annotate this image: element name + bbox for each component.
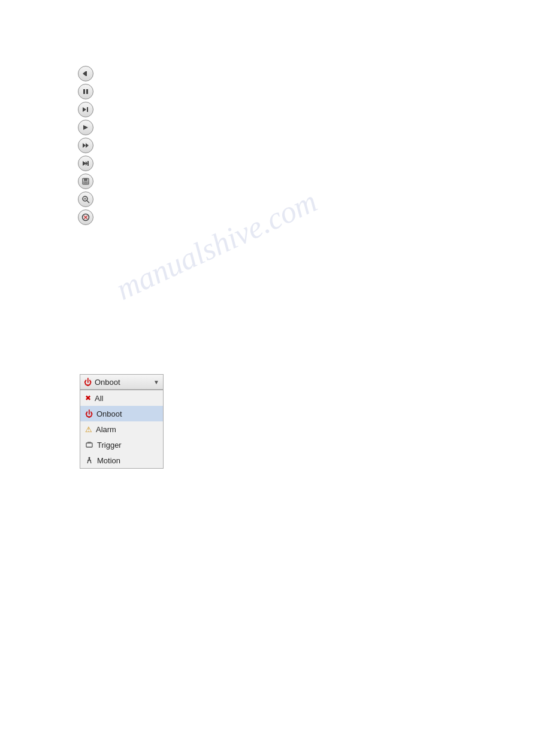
svg-rect-24 bbox=[87, 442, 91, 444]
pause-button[interactable] bbox=[78, 84, 93, 99]
svg-rect-23 bbox=[86, 443, 92, 447]
selected-power-icon: ⏻ bbox=[84, 378, 92, 387]
rewind-icon bbox=[82, 70, 89, 77]
event-type-menu: ✖ All ⏻ Onboot ⚠ Alarm Trigger bbox=[80, 390, 164, 469]
menu-item-onboot-label: Onboot bbox=[96, 409, 122, 418]
svg-line-17 bbox=[87, 201, 89, 203]
onboot-power-icon: ⏻ bbox=[85, 409, 93, 418]
zoom-search-icon bbox=[81, 195, 90, 204]
skip-end-icon bbox=[82, 160, 89, 167]
menu-item-all[interactable]: ✖ All bbox=[80, 390, 163, 406]
trigger-icon bbox=[85, 441, 93, 449]
svg-rect-3 bbox=[86, 89, 88, 94]
event-type-dropdown-area: ⏻ Onboot ▼ ✖ All ⏻ Onboot ⚠ Alarm Trigge… bbox=[80, 374, 164, 469]
menu-item-onboot[interactable]: ⏻ Onboot bbox=[80, 406, 163, 421]
menu-item-motion-label: Motion bbox=[97, 456, 120, 465]
dropdown-arrow-icon: ▼ bbox=[153, 379, 159, 385]
all-icon: ✖ bbox=[85, 394, 91, 402]
close-search-icon bbox=[81, 213, 90, 221]
fast-forward-button[interactable] bbox=[78, 138, 93, 153]
menu-item-alarm-label: Alarm bbox=[96, 425, 116, 434]
alarm-icon: ⚠ bbox=[85, 425, 92, 434]
step-forward-icon bbox=[82, 106, 89, 113]
pause-icon bbox=[83, 88, 89, 95]
motion-icon bbox=[85, 456, 93, 464]
svg-rect-5 bbox=[87, 107, 88, 112]
svg-rect-2 bbox=[83, 89, 85, 94]
menu-item-all-label: All bbox=[95, 394, 103, 403]
fast-forward-icon bbox=[82, 142, 89, 149]
event-type-dropdown[interactable]: ⏻ Onboot ▼ bbox=[80, 374, 164, 390]
close-search-button[interactable] bbox=[78, 210, 93, 225]
svg-marker-10 bbox=[86, 161, 87, 166]
play-button[interactable] bbox=[78, 120, 93, 135]
svg-point-25 bbox=[89, 457, 90, 459]
save-button[interactable] bbox=[78, 174, 93, 189]
menu-item-alarm[interactable]: ⚠ Alarm bbox=[80, 421, 163, 437]
play-icon bbox=[82, 124, 89, 131]
svg-rect-15 bbox=[84, 182, 87, 183]
svg-rect-11 bbox=[87, 161, 89, 166]
svg-line-29 bbox=[90, 461, 91, 463]
svg-marker-0 bbox=[83, 71, 86, 76]
zoom-search-button[interactable] bbox=[78, 192, 93, 207]
menu-item-trigger[interactable]: Trigger bbox=[80, 437, 163, 453]
save-icon bbox=[82, 178, 89, 185]
menu-item-motion[interactable]: Motion bbox=[80, 453, 163, 468]
menu-item-trigger-label: Trigger bbox=[97, 441, 122, 450]
skip-end-button[interactable] bbox=[78, 156, 93, 171]
svg-rect-1 bbox=[86, 71, 87, 76]
svg-marker-4 bbox=[83, 107, 86, 112]
svg-marker-8 bbox=[86, 143, 89, 148]
transport-controls bbox=[78, 66, 93, 225]
svg-rect-13 bbox=[84, 178, 87, 181]
step-forward-button[interactable] bbox=[78, 102, 93, 117]
dropdown-selected-label: Onboot bbox=[95, 378, 120, 387]
svg-line-28 bbox=[87, 461, 88, 463]
svg-marker-6 bbox=[83, 125, 88, 130]
svg-marker-7 bbox=[83, 143, 86, 148]
rewind-button[interactable] bbox=[78, 66, 93, 81]
watermark: manualshive.com bbox=[111, 183, 322, 307]
